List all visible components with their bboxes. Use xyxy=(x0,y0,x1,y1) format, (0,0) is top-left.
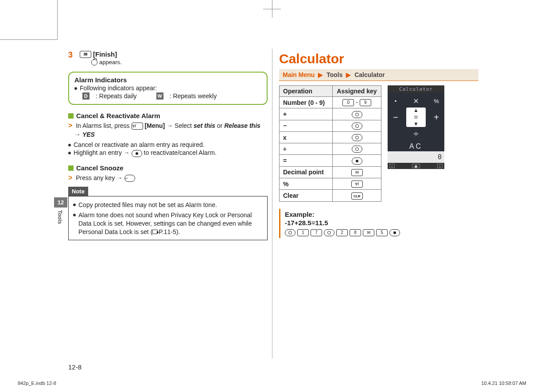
right-column: Calculator Main Menu ▶ Tools ▶ Calculato… xyxy=(279,51,478,238)
key-cell xyxy=(333,178,381,190)
nav-key-icon xyxy=(352,123,362,130)
operation-cell: − xyxy=(280,120,333,131)
operation-cell: = xyxy=(280,155,333,166)
yes-word: YES xyxy=(82,131,95,138)
page-number: 12-8 xyxy=(68,363,82,371)
cancel-snooze-title: Cancel Snooze xyxy=(76,164,124,172)
key-cell xyxy=(333,131,381,143)
alarm-indicators-title: Alarm Indicators xyxy=(74,76,261,84)
left-column: 3 [Finish] appears. Alarm Indicators Fol… xyxy=(68,50,268,240)
bullet-icon xyxy=(73,214,76,216)
bullet-icon xyxy=(74,87,77,90)
number-key-icon: 2 xyxy=(336,229,348,236)
select-word: Select xyxy=(175,122,194,129)
table-row: x xyxy=(280,131,381,143)
chevron-right-icon: ▶ xyxy=(318,71,323,78)
text: - xyxy=(354,99,359,106)
note-b2-end: ). xyxy=(176,228,180,235)
note-section: Note Copy protected files may not be set… xyxy=(68,187,268,240)
th-operation: Operation xyxy=(280,86,333,97)
note-title: Note xyxy=(68,187,88,196)
chapter-tab: 12 Tools xyxy=(54,197,67,227)
chevron-icon: > xyxy=(68,174,72,181)
nav-key-icon xyxy=(324,229,334,236)
center-key-icon xyxy=(132,150,142,157)
set-this: set this xyxy=(194,122,215,129)
minus-label: − xyxy=(393,112,398,123)
example-key-sequence: 17285 xyxy=(285,229,478,236)
percent-label: % xyxy=(434,98,439,104)
calc-display: 0 xyxy=(388,151,444,163)
crop-mark xyxy=(0,0,58,40)
key-cell xyxy=(333,166,381,178)
page-ref: P.11-5 xyxy=(152,228,176,236)
bullet-icon xyxy=(68,144,71,146)
calculator-heading: Calculator xyxy=(279,51,478,66)
cr-bullet1: Cancel or reactivate an alarm entry as r… xyxy=(74,141,205,148)
number-key-icon: 1 xyxy=(297,229,309,236)
nav-right-icon: › xyxy=(437,164,443,168)
alarm-clock-icon xyxy=(91,59,97,65)
key-cell xyxy=(333,155,381,166)
calc-keypad: • × % − ▲=▼ + ÷ xyxy=(388,93,444,142)
equals-key: ▲=▼ xyxy=(406,108,426,127)
daily-text: : Repeats daily xyxy=(96,92,137,100)
footer-file: 842p_E.indb 12-8 xyxy=(18,380,56,386)
center-key-icon xyxy=(389,229,400,236)
operation-cell: Clear xyxy=(280,190,333,201)
multiply-label: × xyxy=(413,96,419,106)
number-key-icon: 0 xyxy=(342,99,354,106)
nav-key-icon xyxy=(285,229,295,236)
cancel-snooze-step: > Press any key → xyxy=(74,173,268,183)
plus-label: + xyxy=(434,112,439,123)
footer-timestamp: 10.4.21 10:58:07 AM xyxy=(481,380,526,386)
bc-tools: Tools xyxy=(326,71,342,78)
table-row: Number (0 - 9)0 - 9 xyxy=(280,97,381,108)
page-ref-text: P.11-5 xyxy=(159,228,176,236)
mail-key-icon xyxy=(351,169,363,176)
dot-label: • xyxy=(395,98,397,104)
note-bullet1: Copy protected files may not be set as A… xyxy=(78,201,217,209)
phone-title: Calculator xyxy=(388,85,444,93)
chevron-icon: > xyxy=(68,122,72,129)
key-cell xyxy=(333,190,381,201)
green-square-icon xyxy=(68,165,74,171)
crop-mark-center xyxy=(263,0,281,18)
operation-cell: Decimal point xyxy=(280,166,333,178)
table-row: ÷ xyxy=(280,143,381,155)
arrow-icon: → xyxy=(167,122,175,129)
or-word: or xyxy=(217,122,224,129)
operation-cell: + xyxy=(280,108,333,120)
nav-left-icon: ‹ xyxy=(389,164,395,168)
y-key-icon xyxy=(351,181,363,188)
operation-cell: ÷ xyxy=(280,143,333,155)
cs-pre: Press any key xyxy=(76,174,117,181)
step-number: 3 xyxy=(68,50,79,60)
bc-main-menu: Main Menu xyxy=(283,71,315,78)
key-cell xyxy=(333,108,381,120)
key-cell xyxy=(333,143,381,155)
page-ref-icon xyxy=(152,230,158,234)
number-key-icon: 9 xyxy=(360,99,371,106)
appears-text: appears. xyxy=(99,59,122,65)
cr-pre: In Alarms list, press xyxy=(76,122,131,129)
arrow-icon: → xyxy=(74,131,82,138)
center-key-icon xyxy=(352,158,362,165)
menu-label: [Menu] xyxy=(144,122,165,129)
column-divider xyxy=(272,49,272,358)
step-3: 3 [Finish] appears. xyxy=(68,50,268,65)
weekly-badge-icon: W xyxy=(156,92,163,100)
arrow-icon: → xyxy=(117,174,124,181)
cancel-reactivate-step: > In Alarms list, press [Menu] → Select … xyxy=(74,121,268,138)
chapter-number: 12 xyxy=(54,197,67,208)
number-key-icon: 5 xyxy=(376,229,388,236)
th-assigned-key: Assigned key xyxy=(333,86,381,97)
alarm-indicators-line: Following indicators appear: xyxy=(80,85,157,92)
finish-label: [Finish] xyxy=(93,50,117,58)
y-key-icon xyxy=(132,123,143,130)
bc-calculator: Calculator xyxy=(354,71,385,78)
breadcrumb: Main Menu ▶ Tools ▶ Calculator xyxy=(279,69,478,81)
nav-key-icon xyxy=(352,134,362,141)
divide-label: ÷ xyxy=(414,129,419,139)
bullet-icon xyxy=(73,204,76,206)
